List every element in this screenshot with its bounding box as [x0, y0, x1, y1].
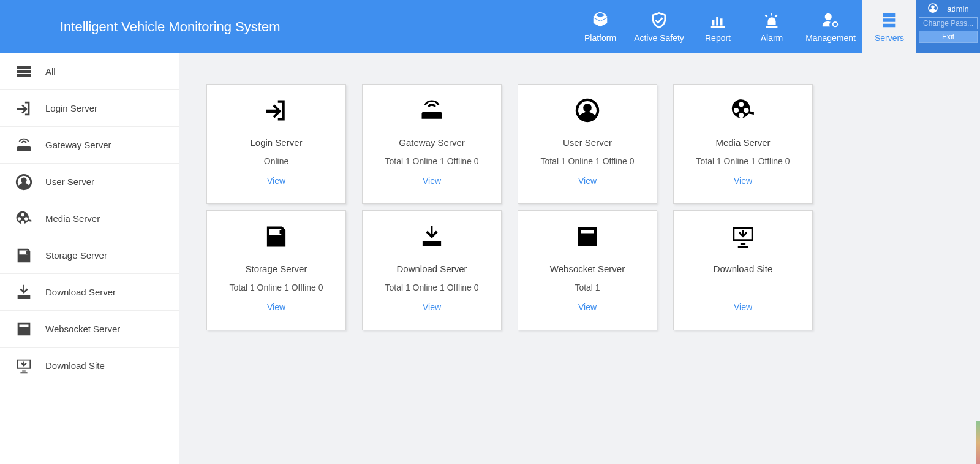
sidebar-item-label: Login Server	[45, 103, 97, 113]
nav-management-label: Management	[805, 33, 856, 43]
app-header: Intelligent Vehicle Monitoring System Pl…	[0, 0, 980, 53]
view-link[interactable]: View	[267, 302, 285, 312]
card-title: Login Server	[250, 137, 302, 148]
card-login-server: Login Server Online View	[206, 84, 346, 204]
login-arrow-icon	[263, 96, 290, 125]
nav-alarm[interactable]: Alarm	[745, 0, 799, 53]
login-arrow-icon	[13, 98, 34, 119]
download-monitor-icon	[729, 222, 756, 251]
router-icon	[418, 96, 445, 125]
sidebar-item-label: Gateway Server	[45, 140, 111, 150]
sidebar-item-label: Media Server	[45, 213, 100, 224]
nav-servers[interactable]: Servers	[862, 0, 916, 53]
sidebar-item-gateway[interactable]: Gateway Server	[0, 127, 179, 164]
sidebar-item-login[interactable]: Login Server	[0, 90, 179, 127]
sidebar: All Login Server Gateway Server User Ser…	[0, 53, 179, 464]
nav-management[interactable]: Management	[799, 0, 862, 53]
sidebar-item-label: User Server	[45, 177, 94, 187]
user-circle-icon	[574, 96, 601, 125]
nav-report[interactable]: Report	[691, 0, 745, 53]
scroll-indicator	[976, 421, 980, 464]
card-status: Total 1 Online 1 Offline 0	[540, 156, 634, 167]
nav-platform[interactable]: Platform	[573, 0, 627, 53]
card-title: Media Server	[715, 137, 770, 148]
card-download-site: Download Site View	[673, 210, 813, 330]
nav-report-label: Report	[705, 33, 731, 43]
sidebar-item-download[interactable]: Download Server	[0, 274, 179, 311]
view-link[interactable]: View	[267, 176, 285, 186]
card-status: Total 1 Online 1 Offline 0	[385, 156, 478, 167]
sidebar-item-label: Websocket Server	[45, 324, 120, 334]
view-link[interactable]: View	[423, 176, 441, 186]
top-nav: Platform Active Safety Report Alarm Mana…	[573, 0, 916, 53]
username-label: admin	[947, 4, 968, 13]
user-avatar-icon	[927, 2, 938, 15]
card-gateway-server: Gateway Server Total 1 Online 1 Offline …	[362, 84, 502, 204]
view-link[interactable]: View	[734, 302, 752, 312]
card-title: Websocket Server	[550, 264, 625, 274]
card-status: Total 1 Online 1 Offline 0	[385, 283, 478, 294]
sidebar-item-label: Download Site	[45, 360, 105, 371]
sidebar-item-label: Storage Server	[45, 250, 107, 261]
card-status: Total 1	[575, 283, 600, 294]
card-status: Online	[264, 156, 288, 167]
download-monitor-icon	[13, 356, 34, 376]
view-link[interactable]: View	[578, 302, 597, 312]
view-link[interactable]: View	[578, 176, 597, 186]
all-servers-icon	[13, 61, 34, 82]
film-reel-icon	[13, 208, 34, 229]
sidebar-item-label: All	[45, 66, 56, 77]
sidebar-item-websocket[interactable]: Websocket Server	[0, 311, 179, 348]
card-status: Total 1 Online 1 Offline 0	[696, 156, 790, 167]
exit-button[interactable]: Exit	[919, 31, 978, 43]
card-storage-server: Storage Server Total 1 Online 1 Offline …	[206, 210, 346, 330]
card-title: Download Server	[396, 264, 467, 274]
sidebar-item-storage[interactable]: Storage Server	[0, 237, 179, 274]
list-card-icon	[13, 319, 34, 340]
save-disk-icon	[263, 222, 290, 251]
server-rack-icon	[880, 11, 899, 29]
view-link[interactable]: View	[423, 302, 441, 312]
user-row[interactable]: admin	[919, 1, 978, 16]
main-content: Login Server Online View Gateway Server …	[179, 53, 980, 464]
card-media-server: Media Server Total 1 Online 1 Offline 0 …	[673, 84, 813, 204]
body-layout: All Login Server Gateway Server User Ser…	[0, 53, 980, 464]
card-download-server: Download Server Total 1 Online 1 Offline…	[362, 210, 502, 330]
save-disk-icon	[13, 245, 34, 266]
view-link[interactable]: View	[734, 176, 752, 186]
shield-check-icon	[650, 11, 668, 29]
user-circle-icon	[13, 172, 34, 192]
app-title: Intelligent Vehicle Monitoring System	[0, 0, 281, 53]
sidebar-item-user[interactable]: User Server	[0, 164, 179, 200]
list-card-icon	[574, 222, 601, 251]
card-websocket-server: Websocket Server Total 1 View	[518, 210, 657, 330]
sidebar-item-all[interactable]: All	[0, 53, 179, 90]
router-icon	[13, 135, 34, 156]
cube-icon	[591, 11, 609, 29]
alarm-light-icon	[763, 11, 781, 29]
sidebar-item-label: Download Server	[45, 287, 116, 297]
server-card-grid: Login Server Online View Gateway Server …	[206, 84, 953, 330]
sidebar-item-media[interactable]: Media Server	[0, 200, 179, 237]
nav-alarm-label: Alarm	[761, 33, 783, 43]
nav-platform-label: Platform	[584, 33, 616, 43]
card-title: Storage Server	[246, 264, 307, 274]
card-user-server: User Server Total 1 Online 1 Offline 0 V…	[518, 84, 657, 204]
card-title: Gateway Server	[399, 137, 465, 148]
nav-active-safety-label: Active Safety	[634, 33, 684, 43]
user-panel: admin Change Pass... Exit	[916, 0, 980, 53]
film-reel-icon	[729, 96, 756, 125]
bar-chart-icon	[709, 11, 727, 29]
download-tray-icon	[13, 282, 34, 303]
nav-servers-label: Servers	[875, 33, 904, 43]
nav-active-safety[interactable]: Active Safety	[627, 0, 691, 53]
card-status: Total 1 Online 1 Offline 0	[229, 283, 323, 294]
card-title: Download Site	[714, 264, 773, 274]
user-gear-icon	[821, 11, 840, 29]
change-password-button[interactable]: Change Pass...	[919, 17, 978, 29]
download-tray-icon	[418, 222, 445, 251]
sidebar-item-download-site[interactable]: Download Site	[0, 348, 179, 384]
card-title: User Server	[563, 137, 612, 148]
